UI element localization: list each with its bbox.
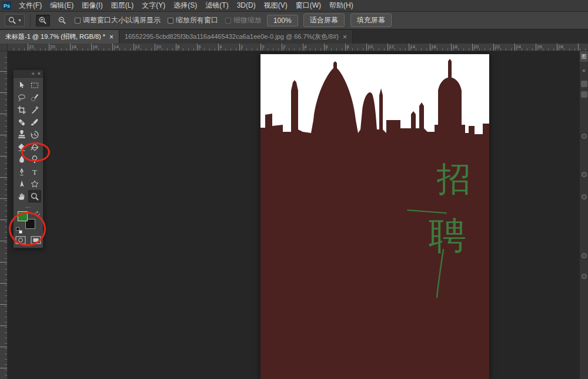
collapsed-panel-icon[interactable] [581,81,587,87]
zoom-in-button[interactable] [36,15,50,26]
ruler-label: 20 [473,44,479,49]
ruler-label: 14 [410,44,415,49]
separator [30,15,31,26]
option-checkbox[interactable]: 调整窗口大小以满屏显示 [75,15,161,25]
collapsed-panel-icon[interactable] [582,172,587,177]
zoom-tool[interactable] [28,190,41,202]
checkbox-label: 细微缩放 [233,15,262,25]
toolbox-panel: T [13,69,44,248]
ruler-origin-corner[interactable] [0,44,8,51]
path-selection-tool[interactable] [15,178,28,190]
quick-selection-tool[interactable] [28,91,41,104]
collapsed-panel-icon[interactable] [582,134,587,139]
move-tool[interactable] [15,79,28,91]
options-button[interactable]: 适合屏幕 [303,14,345,27]
clone-stamp-tool[interactable] [15,128,28,141]
swap-colors-icon[interactable] [34,209,41,215]
collapse-dock-icon[interactable] [580,68,588,74]
history-brush-tool[interactable] [28,128,41,141]
close-icon[interactable]: × [109,34,113,41]
document-tab-title: 16552295-5cbd825f3b3a116a4465432ca6a1ee0… [125,32,339,41]
options-button[interactable]: 填充屏幕 [350,14,392,27]
option-checkbox[interactable]: 缩放所有窗口 [168,15,218,25]
menu-item[interactable]: 3D(D) [233,0,260,11]
menu-item[interactable]: 选择(S) [169,0,201,11]
options-bar: ▼ 调整窗口大小以满屏显示缩放所有窗口细微缩放 100% 适合屏幕填充屏幕 [0,12,588,29]
foreground-color-swatch[interactable] [18,211,28,221]
panel-tab-stub[interactable]: 图 [580,51,588,62]
eyedropper-tool[interactable] [28,104,41,116]
toolbox-titlebar[interactable] [14,70,43,78]
svg-text:T: T [32,167,37,176]
close-icon[interactable]: × [343,34,347,41]
ruler-label: 24 [516,44,521,49]
ruler-label: 18 [452,44,457,49]
collapsed-panel-icon[interactable] [581,91,587,98]
menu-item[interactable]: 文字(Y) [138,0,169,11]
menu-item[interactable]: 编辑(E) [46,0,78,11]
menu-item[interactable]: 帮助(H) [325,0,358,11]
canvas-page[interactable]: 招 聘 [260,54,489,379]
checkbox-box-icon[interactable] [75,18,81,24]
ruler-label: 28 [558,44,563,49]
zoom-tool-icon [8,16,16,25]
spot-healing-brush-tool[interactable] [15,116,28,128]
ruler-label: 14 [113,44,119,49]
menu-item[interactable]: 文件(F) [15,0,46,11]
blur-tool[interactable] [15,153,28,165]
brush-tool[interactable] [28,116,41,128]
type-tool[interactable]: T [28,165,41,178]
checkbox-box-icon[interactable] [168,18,173,24]
menu-item[interactable]: 图层(L) [107,0,138,11]
ink-dot [473,334,475,336]
menu-item[interactable]: 图像(I) [78,0,106,11]
close-icon[interactable] [38,71,41,77]
quick-mask-mode-icon[interactable] [15,236,26,244]
options-buttons: 适合屏幕填充屏幕 [303,14,392,27]
more-tools-icon[interactable] [14,202,43,208]
poster-text-char-1: 招 [436,159,471,199]
zoom-out-button[interactable] [55,15,69,26]
ruler-label: 22 [29,44,34,49]
menu-item[interactable]: 窗口(W) [292,0,325,11]
ruler-label: 10 [156,44,161,49]
default-colors-icon[interactable] [16,227,22,234]
ruler-label: 16 [431,44,436,49]
tool-preset-dropdown[interactable]: ▼ [5,14,25,26]
document-tab[interactable]: 16552295-5cbd825f3b3a116a4465432ca6a1ee0… [119,30,353,44]
ruler-label: 18 [71,44,76,49]
crop-tool[interactable] [15,104,28,116]
custom-shape-tool[interactable] [28,178,41,190]
ruler-label: 20 [50,44,55,49]
collapsed-panel-icon[interactable] [582,274,587,279]
ruler-label: 4 [304,44,306,49]
menu-item[interactable]: 滤镜(T) [201,0,232,11]
hand-tool[interactable] [15,190,28,202]
lasso-tool[interactable] [15,91,28,104]
horizontal-ruler[interactable]: 2220181614121086420246810121416182022242… [8,44,588,51]
vertical-ruler[interactable] [0,51,8,379]
rectangular-marquee-tool[interactable] [28,79,41,91]
checkbox-box-icon [225,18,231,24]
collapsed-panel-icon[interactable] [582,253,587,258]
zoom-out-icon [58,16,66,25]
menu-item[interactable]: 视图(V) [260,0,292,11]
menu-items: 文件(F)编辑(E)图像(I)图层(L)文字(Y)选择(S)滤镜(T)3D(D)… [15,0,358,11]
checkbox-label: 缩放所有窗口 [176,15,218,25]
pen-tool[interactable] [15,165,28,178]
paint-bucket-tool[interactable] [28,141,41,153]
eraser-tool[interactable] [15,141,28,153]
dodge-tool[interactable] [28,153,41,165]
collapsed-panel-icon[interactable] [582,194,587,200]
chevron-down-icon: ▼ [18,18,22,22]
document-tab-bar: 未标题-1 @ 19.7% (招聘, RGB/8) *×16552295-5cb… [0,29,588,44]
ruler-label: 2 [283,44,285,49]
ruler-label: 26 [537,44,542,49]
screen-mode-icon[interactable] [31,236,41,244]
options-checkboxes: 调整窗口大小以满屏显示缩放所有窗口细微缩放 [75,15,262,25]
collapse-panel-icon[interactable] [32,71,35,77]
ruler-label: 10 [368,44,373,49]
document-tab[interactable]: 未标题-1 @ 19.7% (招聘, RGB/8) *× [0,30,119,44]
ruler-label: 22 [495,44,500,49]
zoom-level-field[interactable]: 100% [267,15,298,26]
